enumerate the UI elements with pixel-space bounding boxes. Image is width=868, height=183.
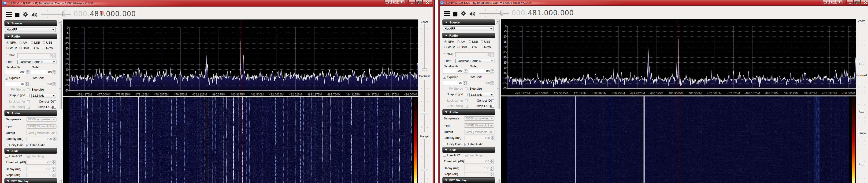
- svg-text:482.625M: 482.625M: [289, 93, 302, 96]
- svg-text:0: 0: [505, 25, 506, 28]
- svg-text:-50: -50: [65, 78, 69, 82]
- svg-text:-20: -20: [503, 45, 507, 49]
- svg-text:-35: -35: [65, 63, 69, 66]
- svg-text:479.8125M: 479.8125M: [192, 93, 207, 96]
- svg-text:481.500M: 481.500M: [251, 93, 264, 96]
- svg-text:483.750M: 483.750M: [766, 92, 778, 95]
- svg-text:480.375M: 480.375M: [212, 93, 225, 96]
- svg-text:485.4375M: 485.4375M: [822, 92, 837, 95]
- svg-text:476.4375M: 476.4375M: [515, 92, 530, 95]
- svg-text:477.000M: 477.000M: [535, 92, 548, 95]
- svg-text:476.4375M: 476.4375M: [77, 93, 92, 96]
- svg-text:480.9375M: 480.9375M: [669, 92, 683, 95]
- svg-text:0: 0: [67, 26, 69, 29]
- svg-text:481.500M: 481.500M: [689, 92, 702, 95]
- svg-text:-30: -30: [65, 57, 69, 61]
- svg-text:-5: -5: [66, 31, 69, 34]
- svg-text:483.1875M: 483.1875M: [307, 93, 322, 96]
- svg-text:-20: -20: [65, 47, 69, 50]
- svg-text:486.000M: 486.000M: [404, 93, 417, 96]
- svg-text:482.625M: 482.625M: [727, 92, 740, 95]
- svg-text:478.6875M: 478.6875M: [592, 92, 607, 95]
- svg-text:478.125M: 478.125M: [135, 93, 149, 96]
- svg-text:477.000M: 477.000M: [97, 93, 110, 96]
- svg-text:-25: -25: [65, 52, 69, 56]
- svg-text:486.000M: 486.000M: [842, 92, 855, 95]
- svg-text:-60: -60: [503, 87, 507, 90]
- svg-text:478.6875M: 478.6875M: [154, 93, 168, 96]
- svg-text:479.250M: 479.250M: [612, 92, 625, 95]
- svg-text:-55: -55: [503, 82, 507, 85]
- svg-text:479.250M: 479.250M: [174, 93, 187, 96]
- svg-text:484.875M: 484.875M: [366, 93, 379, 96]
- svg-text:478.125M: 478.125M: [574, 92, 587, 95]
- svg-text:-10: -10: [503, 35, 507, 38]
- svg-text:-30: -30: [503, 56, 507, 59]
- svg-text:-50: -50: [503, 77, 507, 80]
- svg-text:482.0625M: 482.0625M: [269, 93, 284, 96]
- svg-text:-35: -35: [503, 61, 507, 64]
- svg-text:-25: -25: [503, 51, 507, 54]
- svg-text:484.3125M: 484.3125M: [784, 92, 799, 95]
- svg-text:483.750M: 483.750M: [328, 93, 341, 96]
- svg-text:479.8125M: 479.8125M: [630, 92, 645, 95]
- svg-text:-40: -40: [65, 68, 69, 71]
- svg-text:484.875M: 484.875M: [804, 92, 817, 95]
- svg-text:480.9375M: 480.9375M: [231, 93, 245, 96]
- svg-text:484.3125M: 484.3125M: [346, 93, 361, 96]
- svg-text:477.5625M: 477.5625M: [553, 92, 568, 95]
- svg-text:482.0625M: 482.0625M: [707, 92, 722, 95]
- svg-text:-40: -40: [503, 66, 507, 70]
- svg-text:-60: -60: [65, 89, 69, 92]
- svg-text:-10: -10: [65, 36, 69, 40]
- svg-text:483.1875M: 483.1875M: [745, 92, 760, 95]
- svg-text:485.4375M: 485.4375M: [384, 93, 399, 96]
- svg-text:480.375M: 480.375M: [650, 92, 663, 95]
- svg-text:477.5625M: 477.5625M: [116, 93, 130, 96]
- svg-text:-55: -55: [65, 84, 69, 87]
- svg-text:-5: -5: [504, 30, 506, 33]
- svg-text:-45: -45: [503, 71, 507, 75]
- svg-text:-45: -45: [65, 73, 69, 77]
- svg-text:-15: -15: [65, 42, 69, 45]
- svg-text:-15: -15: [503, 40, 507, 44]
